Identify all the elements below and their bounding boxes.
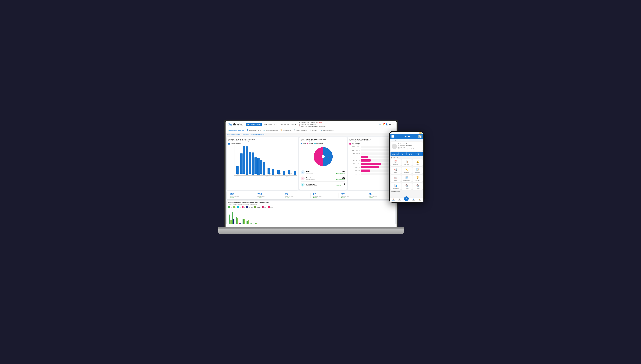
age-row-1: 23 Yr. to 25 Yr. [350,149,394,151]
nav-right: 🔍 🔔1 👤 KAJAL [379,123,395,126]
male-stat-row: ♂ Male Male Strength 344 ▲ 0.0% Incremen… [301,169,345,176]
strength-chart-subtitle: Class/Course Wise Student Strength [228,140,297,142]
female-icon: ♀ [301,176,304,180]
phone-menu-icon[interactable]: ☰ [391,135,394,138]
phone-action-syllabus[interactable]: 📖 Syllabus [390,175,401,182]
phone-nav-ptm[interactable]: 👨‍👩‍👦PTM [398,198,400,201]
age-legend: Age Strength [350,143,394,144]
age-row-6: 6 Yr. to 8 Yr. [350,166,394,168]
main-scene: DigiShiksha 🏠 DASHBOARD ERP MODULE ▾ GLO… [216,116,424,248]
phone-stat-late: Late Fee 0 [399,152,406,155]
bar-ix-a: IX [260,160,262,176]
phone-nav-add[interactable]: + [404,196,409,201]
age-chart-subtitle: Student Age Wise Strength Details [350,140,394,142]
phone-action-exam[interactable]: 🏆 Exam Result [412,175,423,182]
female-stat-row: ♀ Female Female Strength 361 ▲ 0.0% Incr… [301,176,345,182]
phone-action-homework[interactable]: ✏️ Homework [402,167,412,174]
nav-dashboard[interactable]: 🏠 DASHBOARD [246,123,262,126]
bar-xi-hum-b [283,172,285,176]
change-link[interactable]: Change [317,122,322,123]
phone-action-assignment[interactable]: 📝 Assignment [412,167,423,174]
nav-master-setting[interactable]: ⚙️ Master Setting ▾ [320,129,335,132]
classtest-icon: 📊 [394,184,398,188]
gender-legend: Male Female Transgender [301,143,345,144]
nav-master-update[interactable]: 📋 Master Update ▾ [292,129,308,132]
bar-chart: NURSERY I III V VII IX [234,145,297,176]
gender-chart-title: STUDENT GENDER INFORMATION [301,138,345,140]
bar-vii-b [257,158,260,176]
laptop-bezel: DigiShiksha 🏠 DASHBOARD ERP MODULE ▾ GLO… [224,120,398,229]
phone-header: ☰ ASHISH I 🔄 [390,134,424,139]
nav-admission-analytics[interactable]: 📊 Admission Analytics [227,129,245,132]
age-row-8: 0 Yr. to 2 Yr. [350,173,394,175]
notification-icon[interactable]: 🔔1 [382,124,384,126]
phone-avatar [392,144,397,149]
phone-action-elibrary[interactable]: 📚 E Library [402,183,412,190]
nav-admission-entry[interactable]: 👤 Admission Entry ▾ [245,129,262,132]
laptop: DigiShiksha 🏠 DASHBOARD ERP MODULE ▾ GLO… [216,116,406,248]
course-section-bars [228,209,394,224]
syllabus-icon: 📖 [394,176,398,180]
bar-xi-sci-a: XI_SCIENCE [266,168,272,176]
phone-user-card: Admission No : 2 Student Name : Priyansh… [390,142,423,151]
age-row-0: 26 Yr. to 30 Yr. [350,146,394,148]
search-icon[interactable]: 🔍 [379,124,381,126]
logo-suffix: Shiksha [232,123,242,126]
phone-action-elibrary2[interactable]: 📚 E Library [412,183,423,190]
bar-nursery: NURSERY [235,166,240,176]
age-row-4: 13 Yr. to 15 Yr. [350,159,394,162]
phone-stat-fee: School Fee 1,291.00 [391,152,399,155]
phone-action-leave[interactable]: 🗓️ Leave Request [402,175,412,182]
phone-action-classtest[interactable]: 📊 Classtest Result [390,183,401,190]
phone-action-fees[interactable]: 💰 Fees [412,159,423,166]
phone-stat-total-att: Total Att. 67% [407,152,414,155]
nav-reports[interactable]: 📄 Reports ▾ [308,129,319,132]
age-row-5: 9 Yr. to 12 Yr. [350,163,394,165]
svg-point-1 [322,155,325,158]
age-row-3: 16 Yr. to 18 Yr. [350,156,394,158]
nav-student-id[interactable]: 🪪 Student ID Card ▾ [262,129,279,132]
leave-icon: 🗓️ [405,176,408,180]
strength-legend: Student Strength [228,143,297,144]
phone-refresh-icon[interactable]: 🔄 [418,135,422,138]
course-section-card: COURSE-SECTION STUDENT STRENGTH INFORMAT… [227,200,396,224]
user-name: KAJAL [389,124,395,126]
course-section-subtitle: Class/Course and Section Wise Student St… [228,204,394,205]
phone-login-bar: Last Login Is: 24 Feb 2020 8:03 AM [390,139,424,141]
phone-stats-row: School Fee 1,291.00 Late Fee 0 Total Att… [390,152,423,156]
age-chart-card: STUDENT AGE INFORMATION Student Age Wise… [348,137,396,190]
phone-nav-home[interactable]: 🏠Home [392,198,395,201]
phone-action-notice[interactable]: 📢 Notice [390,167,401,174]
gender-pie-chart [312,145,334,168]
top-nav-links: 🏠 DASHBOARD ERP MODULE ▾ GLOBAL SETTING … [246,123,297,126]
phone-nav-profile[interactable]: 👤Profile [412,198,415,201]
year-info: 📅 Academic Year : 2020-2021 Change 📅 Fin… [298,122,326,127]
bar-v-a: V [249,152,251,176]
stat-total: 733 TOTAL STUDENT ▲ 0.0% [228,192,255,198]
phone-header-title: ASHISH I [402,136,410,138]
stat-active: 706 ACTIVE STU. ▲ 0.0% [256,192,283,198]
second-nav: 📊 Admission Analytics 👤 Admission Entry … [226,128,396,133]
nav-global[interactable]: GLOBAL SETTING ▾ [279,123,297,126]
stat-inactive: 27 INACTIVE STU. ▲ 0.0% [284,192,311,198]
gender-chart-card: STUDENT GENDER INFORMATION Gender Streng… [299,137,347,190]
student-strength-card: STUDENT STRENGTH INFORMATION Class/Cours… [227,137,298,190]
phone-nav-notice[interactable]: 🔔Notic [419,198,421,201]
bar-xi-hum-a: XI_HUMANITIES [275,170,282,176]
trans-stat-row: ⚧ Transgender Transgender Strength 0 ▲ 0… [301,182,345,188]
breadcrumb: Dashboard / Student Information / Dashbo… [226,133,396,136]
phone-action-timetable[interactable]: 📋 Time Table [402,159,412,166]
phone-quick-actions-title: Quick Action [390,157,424,159]
laptop-screen: DigiShiksha 🏠 DASHBOARD ERP MODULE ▾ GLO… [226,121,396,228]
nav-erp[interactable]: ERP MODULE ▾ [263,123,278,126]
exam-icon: 🏆 [416,176,420,180]
attendance-icon: 📅 [394,160,398,164]
phone-action-attendance[interactable]: 📅 Attendance [390,159,401,166]
age-row-7: 3 Yr. to 5 Yr. [350,170,394,172]
elibrary2-icon: 📚 [416,184,420,188]
bar-i: I [240,154,242,176]
legend-trans: Transgender [314,143,324,144]
phone-quick-actions: 📅 Attendance 📋 Time Table 💰 Fees 📢 Notic… [390,159,424,191]
laptop-base [218,228,404,234]
nav-certificate[interactable]: 📜 Certificate ▾ [279,129,292,132]
